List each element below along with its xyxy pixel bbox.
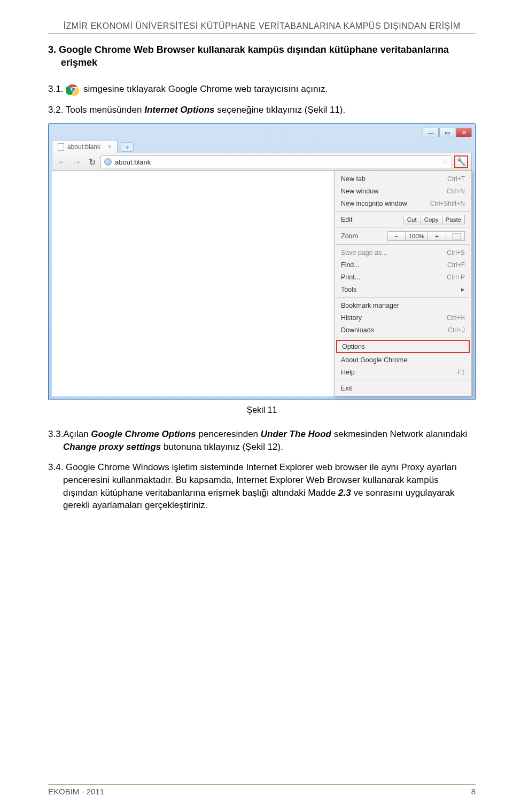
emph: Change proxy settings bbox=[63, 442, 161, 452]
section-title: 3. Google Chrome Web Browser kullanarak … bbox=[48, 43, 476, 69]
menu-options[interactable]: Options bbox=[336, 340, 470, 353]
menu-label: History bbox=[341, 314, 362, 322]
menu-label: New window bbox=[341, 188, 378, 195]
menu-separator bbox=[336, 380, 470, 380]
menu-separator bbox=[336, 211, 470, 212]
menu-save-page[interactable]: Save page as... Ctrl+S bbox=[335, 246, 471, 259]
menu-label: Bookmark manager bbox=[341, 302, 399, 309]
step-text-post: seçeneğine tıklayınız (Şekil 11). bbox=[215, 105, 346, 115]
menu-shortcut: Ctrl+H bbox=[447, 314, 465, 322]
zoom-in-button[interactable]: + bbox=[428, 231, 446, 241]
menu-new-tab[interactable]: New tab Ctrl+T bbox=[335, 173, 471, 185]
emph: Google Chrome Options bbox=[91, 429, 196, 439]
minimize-button[interactable]: — bbox=[423, 128, 439, 137]
step-3-3: 3.3.Açılan Google Chrome Options pencere… bbox=[48, 428, 476, 454]
t: penceresinden bbox=[196, 429, 261, 439]
menu-shortcut: Ctrl+N bbox=[447, 188, 465, 195]
emph-term: Internet Options bbox=[144, 105, 214, 115]
menu-new-window[interactable]: New window Ctrl+N bbox=[335, 185, 471, 197]
step-number: 3.2. bbox=[48, 105, 63, 115]
menu-shortcut: Ctrl+F bbox=[447, 261, 465, 269]
figure-11: — ▭ ✕ about:blank × + ← → ↻ about:blank bbox=[48, 123, 476, 400]
menu-exit[interactable]: Exit bbox=[335, 382, 471, 394]
menu-incognito[interactable]: New incognito window Ctrl+Shift+N bbox=[335, 197, 471, 209]
section-text: Google Chrome Web Browser kullanarak kam… bbox=[59, 44, 449, 68]
menu-label: Exit bbox=[341, 385, 352, 392]
footer-page-number: 8 bbox=[471, 787, 476, 796]
close-button[interactable]: ✕ bbox=[456, 128, 472, 137]
submenu-arrow-icon: ▸ bbox=[461, 285, 465, 293]
step-text: simgesine tıklayarak Google Chrome web t… bbox=[83, 83, 328, 96]
address-bar[interactable]: about:blank ☆ bbox=[100, 155, 452, 168]
tab-strip: about:blank × + bbox=[52, 139, 472, 153]
menu-label: Help bbox=[341, 369, 355, 376]
footer-left: EKOBIM - 2011 bbox=[48, 787, 104, 796]
menu-history[interactable]: History Ctrl+H bbox=[335, 311, 471, 324]
fullscreen-icon bbox=[453, 233, 461, 239]
menu-label: Tools bbox=[341, 286, 356, 293]
step-number: 3.1. bbox=[48, 83, 63, 96]
globe-icon bbox=[104, 158, 112, 166]
menu-about[interactable]: About Google Chrome bbox=[335, 354, 471, 366]
cut-button[interactable]: Cut bbox=[403, 215, 421, 224]
browser-toolbar: ← → ↻ about:blank ☆ 🔧 bbox=[52, 153, 472, 171]
figure-caption: Şekil 11 bbox=[48, 405, 476, 415]
tab-close-icon[interactable]: × bbox=[108, 143, 112, 151]
t: sekmesinden Network alanındaki bbox=[331, 429, 467, 439]
back-button[interactable]: ← bbox=[56, 155, 68, 168]
menu-print[interactable]: Print... Ctrl+P bbox=[335, 271, 471, 283]
menu-edit-row: Edit Cut Copy Paste bbox=[335, 213, 471, 226]
menu-label: Edit bbox=[341, 216, 353, 223]
paste-button[interactable]: Paste bbox=[442, 215, 465, 224]
step-number: 3.3. bbox=[48, 429, 63, 439]
zoom-out-button[interactable]: − bbox=[387, 231, 406, 241]
menu-shortcut: Ctrl+S bbox=[447, 249, 465, 256]
menu-label: Options bbox=[342, 343, 365, 350]
zoom-value: 100% bbox=[406, 231, 428, 241]
t: butonuna tıklayınız (Şekil 12). bbox=[161, 442, 283, 452]
maximize-button[interactable]: ▭ bbox=[439, 128, 455, 137]
new-tab-button[interactable]: + bbox=[121, 142, 134, 152]
reload-button[interactable]: ↻ bbox=[86, 155, 98, 168]
menu-label: New tab bbox=[341, 175, 366, 183]
menu-label: Save page as... bbox=[341, 249, 387, 256]
menu-downloads[interactable]: Downloads Ctrl+J bbox=[335, 324, 471, 336]
menu-shortcut: Ctrl+T bbox=[447, 175, 465, 183]
chrome-icon bbox=[66, 82, 80, 96]
menu-bookmark-manager[interactable]: Bookmark manager bbox=[335, 299, 471, 311]
browser-tab[interactable]: about:blank × bbox=[52, 140, 118, 153]
bookmark-star-icon[interactable]: ☆ bbox=[441, 157, 448, 167]
menu-separator bbox=[336, 228, 470, 228]
menu-tools[interactable]: Tools ▸ bbox=[335, 283, 471, 295]
step-3-2: 3.2. Tools menüsünden Internet Options s… bbox=[48, 104, 476, 116]
content-area: New tab Ctrl+T New window Ctrl+N New inc… bbox=[52, 171, 472, 396]
menu-label: Downloads bbox=[341, 326, 374, 334]
step-3-4: 3.4. Google Chrome Windows işletim siste… bbox=[48, 461, 476, 512]
wrench-menu-button[interactable]: 🔧 bbox=[454, 155, 468, 168]
menu-find[interactable]: Find... Ctrl+F bbox=[335, 259, 471, 271]
copy-button[interactable]: Copy bbox=[421, 215, 442, 224]
forward-button[interactable]: → bbox=[71, 155, 83, 168]
page-header: İZMİR EKONOMİ ÜNİVERSİTESİ KÜTÜPHANE VER… bbox=[48, 21, 476, 34]
section-number: 3. bbox=[48, 44, 56, 55]
chrome-window: — ▭ ✕ about:blank × + ← → ↻ about:blank bbox=[48, 123, 476, 400]
step-3-1: 3.1. simgesine tıklayarak Google Chrome … bbox=[48, 82, 476, 96]
menu-shortcut: Ctrl+P bbox=[447, 274, 465, 281]
t: Açılan bbox=[63, 429, 91, 439]
menu-zoom-row: Zoom − 100% + bbox=[335, 230, 471, 243]
tab-title: about:blank bbox=[67, 143, 100, 151]
menu-label: About Google Chrome bbox=[341, 356, 407, 364]
menu-shortcut: F1 bbox=[457, 369, 465, 376]
menu-separator bbox=[336, 338, 470, 338]
emph: Under The Hood bbox=[261, 429, 331, 439]
menu-help[interactable]: Help F1 bbox=[335, 366, 471, 378]
emph: 2.3 bbox=[338, 488, 351, 498]
fullscreen-button[interactable] bbox=[446, 231, 465, 241]
menu-label: New incognito window bbox=[341, 200, 407, 207]
menu-label: Find... bbox=[341, 261, 360, 269]
step-number: 3.4. bbox=[48, 462, 63, 472]
page-footer: EKOBIM - 2011 8 bbox=[48, 784, 476, 796]
menu-separator bbox=[336, 297, 470, 298]
blank-page bbox=[52, 171, 334, 396]
menu-label: Print... bbox=[341, 274, 360, 281]
